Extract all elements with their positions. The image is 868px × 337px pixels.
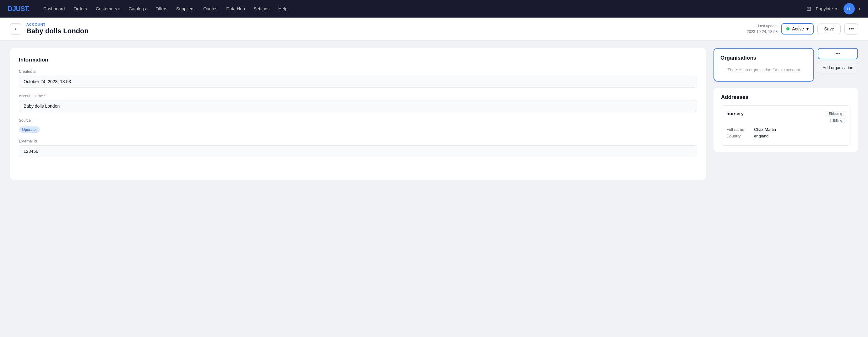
nav-catalog[interactable]: Catalog: [125, 4, 150, 13]
nav-datahub[interactable]: Data Hub: [223, 4, 249, 13]
status-label: Active: [792, 26, 804, 31]
nav-links: Dashboard Orders Customers Catalog Offer…: [39, 4, 802, 13]
address-item: nursery Shipping Billing Full name Chaz …: [721, 105, 850, 145]
right-panel: Organisations There is no organisation f…: [713, 48, 858, 152]
add-organisation-button[interactable]: Add organisation: [818, 62, 858, 73]
brand-dot: .: [28, 5, 30, 12]
avatar-dropdown-arrow[interactable]: ▾: [859, 7, 861, 11]
source-label: Source: [19, 118, 697, 123]
navbar: DJUST. Dashboard Orders Customers Catalo…: [0, 0, 868, 18]
nav-dashboard[interactable]: Dashboard: [39, 4, 69, 13]
brand-name: DJUST: [7, 5, 28, 12]
nav-offers[interactable]: Offers: [152, 4, 171, 13]
information-panel: Information Created at October 24, 2023,…: [10, 48, 706, 180]
organisations-empty: There is no organisation for this accoun…: [720, 65, 807, 75]
store-dropdown-arrow: ▾: [835, 7, 837, 11]
fullname-value: Chaz Martin: [754, 127, 776, 132]
navbar-right: ⊞ Papylote ▾ LL ▾: [802, 3, 861, 14]
account-name-label: Account name *: [19, 94, 697, 98]
last-update-value: 2023-10-24, 13:53: [747, 29, 778, 35]
address-header: nursery Shipping Billing: [726, 111, 845, 123]
organisations-more-button[interactable]: •••: [818, 48, 858, 59]
back-button[interactable]: ‹: [10, 23, 21, 35]
nav-help[interactable]: Help: [275, 4, 291, 13]
page-title-block: ACCOUNT Baby dolls London: [26, 23, 742, 35]
billing-badge: Billing: [830, 118, 845, 123]
address-fullname-row: Full name Chaz Martin: [726, 127, 845, 132]
created-at-label: Created at: [19, 69, 697, 74]
nav-suppliers[interactable]: Suppliers: [173, 4, 198, 13]
organisations-card: Organisations There is no organisation f…: [713, 48, 814, 81]
organisations-title: Organisations: [720, 55, 807, 61]
store-selector[interactable]: ⊞ Papylote ▾: [802, 3, 840, 14]
account-name-input[interactable]: [19, 100, 697, 112]
external-id-label: External Id: [19, 139, 697, 143]
source-field: Source Operator: [19, 118, 697, 133]
external-id-field: External Id: [19, 139, 697, 157]
avatar[interactable]: LL: [843, 3, 855, 14]
nav-quotes[interactable]: Quotes: [199, 4, 221, 13]
information-title: Information: [19, 57, 697, 63]
address-country-row: Country england: [726, 134, 845, 138]
brand-logo[interactable]: DJUST.: [7, 5, 30, 13]
status-dot: [786, 27, 789, 30]
more-options-button[interactable]: •••: [844, 23, 858, 35]
fullname-label: Full name: [726, 127, 751, 132]
address-name: nursery: [726, 111, 744, 116]
organisations-row: Organisations There is no organisation f…: [713, 48, 858, 81]
shipping-badge: Shipping: [826, 111, 845, 116]
external-id-input[interactable]: [19, 145, 697, 157]
avatar-initials: LL: [847, 7, 852, 11]
store-name: Papylote: [816, 6, 833, 11]
nav-orders[interactable]: Orders: [70, 4, 91, 13]
country-value: england: [754, 134, 769, 138]
addresses-title: Addresses: [721, 94, 850, 100]
required-marker: *: [44, 94, 46, 98]
last-update-label: Last update: [747, 23, 778, 29]
organisations-actions: ••• Add organisation: [818, 48, 858, 81]
nav-customers[interactable]: Customers: [92, 4, 124, 13]
last-update: Last update 2023-10-24, 13:53: [747, 23, 778, 35]
nav-settings[interactable]: Settings: [250, 4, 274, 13]
store-icon: ⊞: [805, 4, 813, 13]
header-actions: Last update 2023-10-24, 13:53 Active ▾ S…: [747, 23, 858, 35]
page-body: Information Created at October 24, 2023,…: [0, 40, 868, 187]
address-badges: Shipping Billing: [826, 111, 845, 123]
account-label: ACCOUNT: [26, 23, 742, 26]
status-button[interactable]: Active ▾: [781, 23, 814, 35]
save-button[interactable]: Save: [817, 24, 841, 34]
page-title: Baby dolls London: [26, 27, 742, 35]
country-label: Country: [726, 134, 751, 138]
page-header: ‹ ACCOUNT Baby dolls London Last update …: [0, 18, 868, 40]
account-name-field: Account name *: [19, 94, 697, 112]
status-dropdown-icon: ▾: [806, 26, 809, 31]
addresses-card: Addresses nursery Shipping Billing Full …: [713, 88, 858, 152]
created-at-value: October 24, 2023, 13:53: [19, 76, 697, 88]
source-badge: Operator: [19, 127, 40, 133]
created-at-field: Created at October 24, 2023, 13:53: [19, 69, 697, 88]
